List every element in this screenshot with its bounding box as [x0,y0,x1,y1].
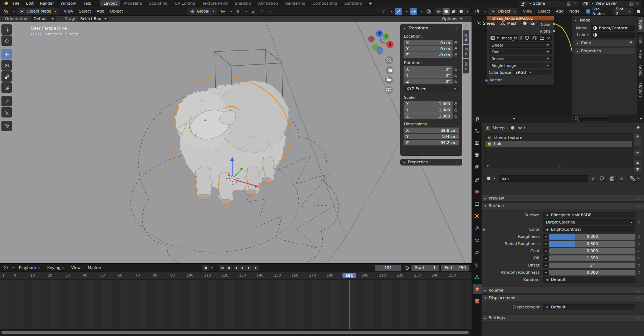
shader-tab-options[interactable]: Options [638,80,644,101]
properties-tab-collection[interactable] [472,198,482,209]
transform-field[interactable]: X0° [404,66,453,72]
show-gizmos-button[interactable] [395,8,402,15]
horizontal-scrollbar[interactable] [1,331,469,334]
surface-slider-radial-roughness[interactable]: 0.300 [549,241,635,247]
slot-specials-button[interactable] [634,150,641,156]
transform-field[interactable]: X1.000 [404,101,453,107]
material-slot-sheep-texture[interactable]: sheep_texture [485,135,632,141]
lock-icon[interactable] [453,102,459,106]
workspace-tab-shading[interactable]: Shading [232,0,254,6]
menu-help[interactable]: Help [79,0,94,6]
close-icon[interactable]: × [574,1,577,6]
viewport-3d[interactable]: Z Y X Orientation: Default Drag: Select … [0,16,472,263]
properties-tab-data[interactable] [472,272,482,282]
keying-set-dropdown[interactable] [209,265,214,271]
transform-field[interactable]: X39.8 cm [404,128,459,133]
shader-tab-group[interactable]: Group [638,62,644,80]
timeline-tracks[interactable] [0,280,472,329]
jump-to-end-button[interactable] [253,265,259,271]
menu-edit[interactable]: Edit [23,0,36,6]
viewport-tab-view[interactable]: View [463,59,469,73]
playhead-line[interactable] [349,280,350,329]
properties-section-header[interactable]: ▸ Properties [575,48,635,54]
image-selector[interactable] [489,35,500,40]
record-button[interactable] [202,265,209,271]
image-users-count[interactable]: 2 [518,35,523,40]
proportional-edit-button[interactable] [249,8,257,15]
viewport-menu-view[interactable]: View [61,8,75,14]
orientation-dropdown[interactable]: Default [31,16,56,21]
decorator-dot[interactable] [638,257,640,259]
viewport-tab-tool[interactable]: Tool [463,45,469,58]
panel-preview[interactable]: ▸Preview [482,195,644,202]
sheep-body[interactable] [175,80,288,203]
workspace-tab-rendering[interactable]: Rendering [282,0,308,6]
decorator-dot[interactable] [638,271,640,274]
node-panel-header[interactable]: ▾ Node [572,16,637,24]
use-nodes-checkbox[interactable]: ✓ [586,9,590,14]
fake-user-icon[interactable] [523,35,531,40]
workspace-tab-modeling[interactable]: Modeling [121,0,145,6]
expand-arrow-icon[interactable]: ❯ [2,273,5,277]
new-view-layer-icon[interactable] [629,1,634,6]
shader-menu-select[interactable]: Select [536,8,553,14]
breadcrumb-object[interactable]: Sheep [492,126,504,130]
show-overlays-button[interactable] [410,8,417,15]
workspace-tab-scripting[interactable]: Scripting [341,0,365,6]
drag-dropdown[interactable]: Select Box [78,16,109,21]
zoom-button[interactable] [385,56,393,64]
color-space-dropdown[interactable]: sRGB [513,69,552,75]
properties-tab-view-layer[interactable] [472,162,482,172]
shader-tab-view[interactable]: View [638,47,644,62]
breadcrumb-sheep[interactable]: Sheep [483,21,495,26]
lock-icon[interactable] [453,67,459,71]
transform-field[interactable]: Y0° [404,72,453,78]
editor-type-button[interactable] [2,8,9,15]
pin-icon[interactable] [635,125,640,130]
shading-material-button[interactable] [450,8,457,15]
material-preview-icon[interactable] [635,8,642,15]
properties-tab-render[interactable] [472,138,482,148]
color-section-header[interactable]: ▸ Color ≣ [575,40,635,46]
properties-tab-modifiers[interactable] [472,223,482,233]
open-image-icon[interactable] [538,35,546,40]
workspace-tab-sculpting[interactable]: Sculpting [146,0,171,6]
shader-menu-add[interactable]: Add [553,8,566,14]
editor-type-button[interactable] [2,264,9,271]
tool-move[interactable] [1,49,12,59]
transform-field[interactable]: Y104 cm [404,134,459,139]
image-texture-node[interactable]: ▾ sheep_texture.JPG.001 Color Alpha shee… [486,16,554,86]
tool-select-box[interactable] [1,24,12,35]
vector-input-socket[interactable] [485,79,488,82]
color-output-socket[interactable] [552,23,556,26]
add-workspace-button[interactable]: + [366,0,375,6]
tool-scale[interactable] [1,71,12,82]
scene-selector[interactable]: Scene × [519,1,579,6]
surface-slider-offset[interactable]: 2° [549,263,635,268]
editor-type-button[interactable] [474,116,481,122]
surface-slider-ior[interactable]: 1.550 [549,255,635,261]
new-image-icon[interactable] [531,35,538,40]
add-slot-button[interactable]: + [634,133,641,139]
resize-grip-icon[interactable] [557,164,562,167]
properties-tab-physics[interactable] [472,247,482,258]
node-dropdown-flat[interactable]: Flat [489,49,552,54]
lock-icon[interactable] [453,40,459,45]
lock-icon[interactable] [453,108,459,112]
timeline-menu-view[interactable]: View [68,265,84,271]
breadcrumb-material[interactable]: hair [517,126,525,130]
surface-slider-random-roughness[interactable]: 0.000 [549,270,635,275]
new-material-icon[interactable] [608,175,617,182]
lock-icon[interactable] [453,114,459,118]
properties-tab-object[interactable] [472,211,482,221]
viewport-menu-add[interactable]: Add [94,8,107,14]
image-name[interactable]: sheep_textur... [500,35,518,40]
shader-menu-node[interactable]: Node [567,8,582,14]
tool-annotate[interactable] [1,96,12,106]
tool-add-cube[interactable] [1,121,12,131]
transform-field[interactable]: Z-0 cm [404,52,453,58]
unlink-icon[interactable]: × [546,35,551,40]
panel-surface[interactable]: ▾Surface [482,202,644,209]
node-dropdown-single-image[interactable]: Single Image [489,63,552,68]
transform-field[interactable]: Z0° [404,78,453,84]
